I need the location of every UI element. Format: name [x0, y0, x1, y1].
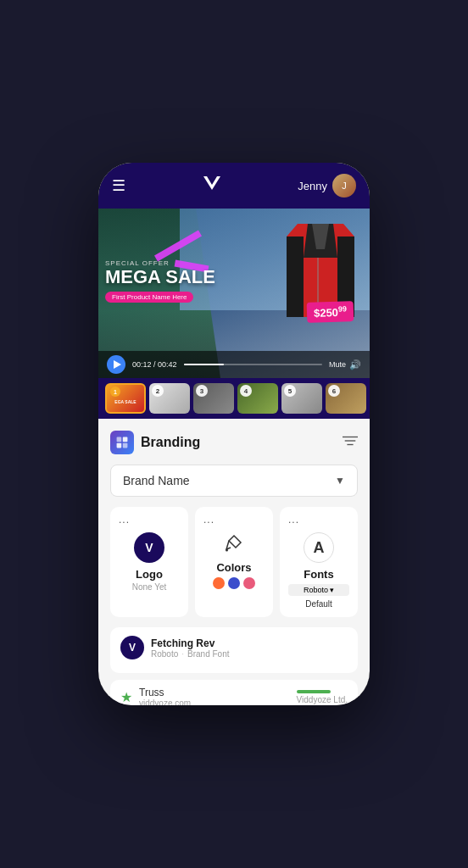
fonts-more-dots[interactable]: ...: [288, 514, 299, 526]
trust-company: Viddyoze Ltd.: [297, 695, 348, 704]
colors-dropper-icon: [222, 532, 246, 556]
price-cents: 99: [338, 304, 347, 313]
color-dots-row: [203, 577, 265, 589]
logo-card[interactable]: ... V Logo None Yet: [110, 507, 188, 617]
fetching-sublabel: Roboto · Brand Font: [151, 649, 348, 659]
svg-rect-8: [123, 437, 128, 442]
thumb-number-5: 5: [284, 385, 296, 397]
branding-title: Branding: [141, 435, 200, 450]
content-area: Branding Brand Name ▼ ..: [98, 419, 370, 705]
logo-card-sublabel: None Yet: [119, 582, 180, 592]
avatar[interactable]: J: [332, 174, 356, 198]
fetching-dot-separator: ·: [181, 649, 184, 659]
color-dot-1[interactable]: [213, 577, 225, 589]
star-icon: ★: [120, 689, 132, 705]
fonts-card-label: Fonts: [288, 568, 349, 581]
trust-label: Truss: [139, 687, 191, 698]
font-select-mini[interactable]: Roboto ▾: [288, 584, 349, 596]
hamburger-icon[interactable]: ☰: [112, 176, 126, 195]
top-bar: ☰ Jenny J: [98, 163, 370, 209]
colors-card[interactable]: ... Colors: [195, 507, 273, 617]
filter-icon[interactable]: [343, 435, 358, 450]
play-button[interactable]: [107, 355, 125, 374]
chevron-down-icon: ▼: [335, 475, 345, 487]
mute-label: Mute: [329, 360, 346, 369]
progress-bar-fill: [184, 364, 224, 365]
fetching-top-row: V Fetching Rev Roboto · Brand Font: [120, 636, 348, 659]
fetching-label: Fetching Rev: [151, 637, 348, 649]
time-display: 00:12 / 00:42: [132, 360, 177, 369]
play-icon: [114, 360, 121, 369]
svg-marker-0: [203, 176, 220, 190]
color-dot-2[interactable]: [228, 577, 240, 589]
fetching-text-area: Fetching Rev Roboto · Brand Font: [151, 637, 348, 659]
video-text-overlay: SPECIAL OFFER MEGA SALE First Product Na…: [105, 259, 215, 303]
green-progress-bar: [297, 690, 331, 693]
fonts-a-icon: A: [304, 532, 334, 563]
username-label: Jenny: [298, 180, 327, 192]
fetching-font-name: Roboto: [151, 649, 178, 659]
thumbnail-6[interactable]: 6: [326, 383, 366, 414]
price-badge: $25099: [306, 301, 354, 323]
price-value: $250: [314, 306, 338, 320]
thumb-number-4: 4: [240, 385, 252, 397]
svg-rect-9: [117, 443, 122, 448]
product-name-badge: First Product Name Here: [105, 292, 193, 303]
branding-left: Branding: [110, 431, 200, 454]
svg-point-14: [226, 549, 228, 552]
user-info: Jenny J: [298, 174, 356, 198]
brand-dropdown[interactable]: Brand Name ▼: [110, 465, 358, 497]
thumb-label-1: EGA SALE: [114, 400, 136, 405]
colors-card-label: Colors: [203, 561, 265, 574]
svg-rect-4: [287, 236, 304, 317]
thumbnail-1[interactable]: 1 EGA SALE: [105, 383, 146, 414]
mute-area[interactable]: Mute 🔊: [329, 359, 361, 370]
color-dot-3[interactable]: [243, 577, 255, 589]
fetching-bar: V Fetching Rev Roboto · Brand Font: [110, 627, 358, 673]
video-controls: 00:12 / 00:42 Mute 🔊: [98, 351, 370, 378]
logo-more-dots[interactable]: ...: [119, 514, 130, 526]
trust-right: Viddyoze Ltd.: [297, 690, 348, 704]
trust-text-area: Truss viddyoze.com: [139, 687, 191, 705]
font-chevron-icon: ▾: [330, 586, 334, 594]
logo-v: [200, 171, 224, 200]
branding-header: Branding: [110, 431, 358, 454]
colors-more-dots[interactable]: ...: [203, 514, 214, 526]
progress-bar[interactable]: [184, 364, 322, 365]
trust-domain: viddyoze.com: [139, 698, 191, 705]
thumbnail-3[interactable]: 3: [193, 383, 234, 414]
trust-row: ★ Truss viddyoze.com Viddyoze Ltd.: [110, 680, 358, 705]
thumbnail-2[interactable]: 2: [149, 383, 190, 414]
thumb-number-6: 6: [328, 385, 340, 397]
font-default-label: Default: [288, 599, 349, 609]
fetching-v-icon: V: [120, 636, 144, 659]
thumb-number-1: 1: [110, 387, 120, 397]
cards-row: ... V Logo None Yet ...: [110, 507, 358, 617]
branding-icon: [110, 431, 134, 454]
phone-shell: ☰ Jenny J: [98, 163, 370, 705]
brand-dropdown-label: Brand Name: [123, 474, 190, 487]
logo-v-icon-circle: V: [134, 532, 164, 563]
mega-sale-title: MEGA SALE: [105, 267, 215, 287]
video-section: $25099 SPECIAL OFFER MEGA SALE First Pro…: [98, 209, 370, 378]
thumbnail-5[interactable]: 5: [281, 383, 322, 414]
phone-inner: ☰ Jenny J: [98, 163, 370, 705]
thumb-number-2: 2: [152, 385, 164, 397]
font-name-label: Roboto: [304, 586, 328, 594]
thumb-number-3: 3: [196, 385, 208, 397]
svg-rect-7: [117, 437, 122, 442]
logo-card-label: Logo: [119, 568, 180, 581]
fetching-font-tag: Brand Font: [187, 649, 229, 659]
thumbnail-strip: 1 EGA SALE 2 3 4 5 6: [98, 378, 370, 419]
volume-icon: 🔊: [349, 359, 361, 370]
svg-rect-10: [123, 443, 128, 448]
fonts-card[interactable]: ... A Fonts Roboto ▾ Default: [280, 507, 358, 617]
thumbnail-4[interactable]: 4: [237, 383, 278, 414]
